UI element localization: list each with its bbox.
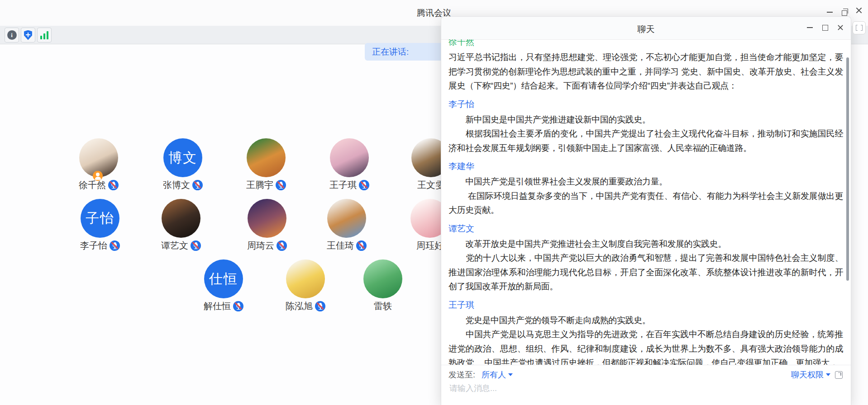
chat-message-text: 习近平总书记指出，只有坚持思想建党、理论强党，不忘初心才能更加自觉，担当使命才能… — [448, 50, 843, 93]
mic-muted-icon — [359, 180, 369, 190]
mic-muted-icon — [191, 240, 201, 251]
participant-avatar: 博文 — [163, 138, 202, 177]
participant-name-row: 李子怡 — [80, 240, 120, 251]
chat-message-text: 中国共产党是引领世界社会主义发展的重要政治力量。 — [448, 174, 843, 189]
send-to-label: 发送至: — [448, 369, 475, 380]
close-icon — [856, 7, 862, 14]
participant-avatar — [363, 259, 402, 298]
chat-message: 李建华 中国共产党是引领世界社会主义发展的重要政治力量。 在国际环境日益复杂多变… — [448, 160, 843, 217]
participant-name-row: 王佳琦 — [327, 240, 367, 251]
chat-close-button[interactable] — [835, 22, 845, 33]
restore-icon — [842, 10, 847, 16]
participant-name: 谭艺文 — [161, 240, 188, 251]
chat-title: 聊天 — [441, 24, 851, 35]
chat-permission-selector[interactable]: 聊天权限 — [791, 369, 830, 380]
meeting-security-button[interactable] — [21, 28, 35, 42]
host-badge-icon — [93, 171, 103, 181]
chat-message: 徐千然习近平总书记指出，只有坚持思想建党、理论强党，不忘初心才能更加自觉，担当使… — [448, 39, 843, 93]
speaking-label: 正在讲话: — [372, 46, 409, 58]
chat-sender-name[interactable]: 谭艺文 — [448, 223, 843, 235]
participant-name: 王文雯 — [417, 179, 444, 190]
participant-name: 周琦云 — [247, 240, 274, 251]
chat-message-text: 新中国史是中国共产党推进建设新中国的实践史。 — [448, 113, 843, 127]
participant-name: 徐千然 — [79, 179, 106, 190]
participant-name: 王佳琦 — [327, 240, 354, 251]
participant-name: 王腾宇 — [246, 179, 273, 190]
participant-avatar: 子怡 — [81, 199, 119, 238]
participant-name-row: 解仕恒 — [204, 301, 243, 311]
participant-name-row: 徐千然 — [79, 179, 119, 190]
network-status-button[interactable] — [37, 28, 52, 42]
mic-muted-icon — [356, 240, 367, 251]
mic-muted-icon — [276, 180, 286, 190]
participant-name-row: 周珏好 — [416, 240, 444, 251]
participant-name-row: 王子琪 — [329, 179, 369, 190]
minimize-icon — [827, 12, 833, 13]
chat-footer: 发送至: 所有人 聊天权限 — [441, 365, 851, 405]
chat-window: 聊天 徐千然习近平总书记指出，只有坚持思想建党、理论强党，不忘初心才能更加自觉，… — [441, 16, 851, 405]
participant-name-row: 张博文 — [163, 179, 203, 190]
chat-message-list[interactable]: 徐千然习近平总书记指出，只有坚持思想建党、理论强党，不忘初心才能更加自觉，担当使… — [441, 39, 851, 365]
mic-muted-icon — [277, 240, 287, 251]
participant-name: 张博文 — [163, 179, 190, 190]
chat-message-text: 根据我国社会主要矛盾的变化，中国共产党提出了社会主义现代化奋斗目标，推动制订和实… — [448, 127, 843, 155]
mic-muted-icon — [192, 180, 203, 190]
chat-message-text: 党史是中国共产党的领导不断走向成熟的实践史。 — [448, 313, 843, 328]
participant-avatar — [248, 199, 286, 238]
mic-muted-icon — [110, 240, 120, 251]
info-icon: i — [7, 30, 17, 40]
chat-titlebar: 聊天 — [441, 17, 851, 40]
brackets-icon — [856, 25, 858, 31]
participant-name-row: 王腾宇 — [246, 179, 286, 190]
chat-message-input[interactable] — [448, 383, 844, 394]
shield-plus-icon — [24, 30, 33, 40]
chat-message: 王子琪 党史是中国共产党的领导不断走向成熟的实践史。 中国共产党是以马克思主义为… — [448, 299, 843, 365]
chat-message: 谭艺文 改革开放史是中国共产党推进社会主义制度自我完善和发展的实践史。 党的十八… — [448, 223, 843, 294]
participant-name-row: 周琦云 — [247, 240, 287, 251]
brackets-icon — [861, 25, 863, 31]
participant-name: 陈泓旭 — [286, 301, 313, 311]
participant-avatar: 仕恒 — [204, 259, 243, 298]
mic-muted-icon — [315, 301, 325, 311]
send-to-selector[interactable]: 所有人 — [482, 369, 513, 380]
chat-message-text: 在国际环境日益复杂多变的当下，中国共产党有责任、有信心、有能力为科学社会主义新发… — [448, 189, 843, 217]
participant-name-row: 雷轶 — [374, 301, 392, 311]
participant-name: 李子怡 — [80, 240, 107, 251]
chat-message-text: 中国共产党是以马克思主义为指导的先进政党，在百年实践中不断总结自身建设的历史经验… — [448, 327, 843, 365]
mic-muted-icon — [108, 180, 119, 190]
participant-name-row: 王文雯 — [417, 179, 444, 190]
participant-name: 周珏好 — [416, 240, 444, 251]
chat-permission-label: 聊天权限 — [791, 369, 824, 380]
chat-minimize-button[interactable] — [805, 22, 815, 33]
chat-message-text: 改革开放史是中国共产党推进社会主义制度自我完善和发展的实践史。 — [448, 237, 843, 251]
participant-avatar — [162, 199, 200, 238]
participant-name: 解仕恒 — [204, 301, 231, 311]
popout-chat-icon[interactable] — [835, 371, 843, 379]
chat-message: 李子怡 新中国史是中国共产党推进建设新中国的实践史。 根据我国社会主要矛盾的变化… — [448, 99, 843, 155]
chat-sender-name[interactable]: 徐千然 — [448, 39, 843, 48]
mic-muted-icon — [233, 301, 243, 311]
chat-sender-name[interactable]: 李子怡 — [448, 99, 843, 110]
main-close-button[interactable] — [852, 5, 866, 16]
close-icon — [838, 25, 844, 31]
chevron-down-icon — [508, 373, 513, 376]
participant-avatar — [247, 138, 286, 177]
chat-maximize-button[interactable] — [820, 22, 830, 33]
participant-name: 王子琪 — [329, 179, 357, 190]
maximize-icon — [822, 25, 828, 31]
participant-avatar — [330, 138, 369, 177]
meeting-info-button[interactable]: i — [5, 28, 19, 42]
chat-message-text: 党的十八大以来，中国共产党以巨大的政治勇气和智慧，提出了完善和发展中国特色社会主… — [448, 251, 843, 294]
participant-avatar — [286, 259, 325, 298]
minimize-icon — [807, 27, 813, 28]
chat-sender-name[interactable]: 王子琪 — [448, 299, 843, 311]
participant-avatar — [327, 199, 366, 238]
chevron-down-icon — [826, 373, 830, 376]
participant-name-row: 谭艺文 — [161, 240, 201, 251]
chat-sender-name[interactable]: 李建华 — [448, 160, 843, 172]
participant-name-row: 陈泓旭 — [286, 301, 325, 311]
chat-scrollbar[interactable] — [846, 57, 849, 281]
participant-name: 雷轶 — [374, 301, 392, 311]
panel-expand-button[interactable] — [853, 21, 866, 34]
signal-bars-icon — [40, 31, 49, 39]
